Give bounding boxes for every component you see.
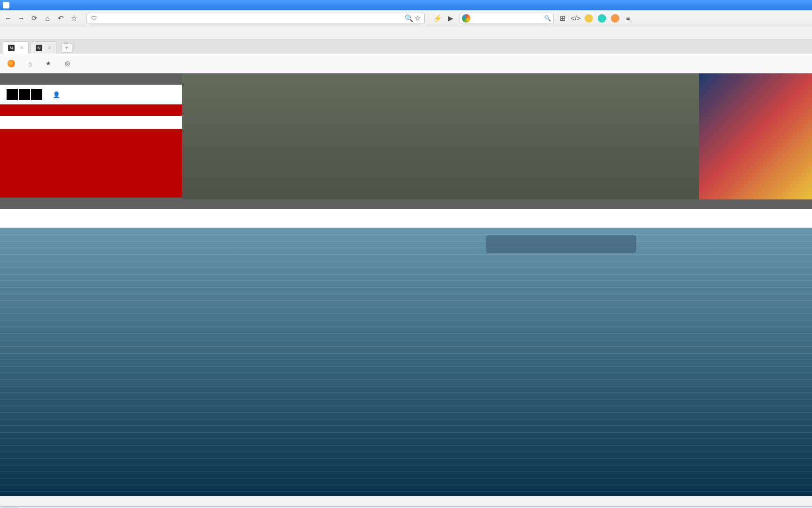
site-logo[interactable] <box>8 60 17 67</box>
taskbar-row1 <box>0 506 812 508</box>
home-icon: ⌂ <box>28 60 32 67</box>
search-go-icon[interactable]: 🔍 <box>544 15 551 22</box>
google-icon <box>462 14 470 23</box>
bbc-subnav2 <box>0 116 182 121</box>
ext-grid-icon[interactable]: ⊞ <box>558 14 567 23</box>
flash-icon[interactable]: ⚡ <box>433 14 442 23</box>
site-nav: ⌂ ★ ◎ <box>0 54 812 73</box>
nav-home[interactable]: ⌂ <box>28 60 34 67</box>
search-in-page-icon[interactable]: 🔍 <box>405 14 413 23</box>
back-icon[interactable]: ← <box>4 14 12 23</box>
os-titlebar <box>0 0 812 10</box>
browser-status-bar <box>0 496 812 506</box>
play-icon[interactable]: ▶ <box>446 14 455 23</box>
menu-icon[interactable]: ≡ <box>624 14 632 23</box>
history-sidebar <box>486 235 636 253</box>
bbc-subnav1 <box>0 110 182 116</box>
shield-icon: 🛡 <box>90 14 98 23</box>
news-banner <box>0 104 182 110</box>
devtools-icon[interactable]: </> <box>571 14 580 23</box>
bookmark-icon[interactable]: ☆ <box>413 14 422 23</box>
forward-icon[interactable]: → <box>17 14 25 23</box>
browser-search[interactable]: 🔍 <box>460 13 554 24</box>
tab-strip: N × N × + <box>0 40 812 54</box>
browser-toolbar: ← → ⟳ ⌂ ↶ ☆ 🛡 🔍 ☆ ⚡ ▶ 🔍 ⊞ </> ≡ <box>0 10 812 26</box>
category-tabs <box>0 209 812 228</box>
hero-headline <box>0 121 182 129</box>
nav-recommend[interactable]: ★ <box>46 60 54 67</box>
favicon: N <box>8 45 15 51</box>
tab-active[interactable]: N × <box>3 41 29 54</box>
address-bar[interactable]: 🛡 🔍 ☆ <box>86 13 425 24</box>
ocean-bg <box>0 228 812 496</box>
ext1-icon[interactable] <box>585 14 593 23</box>
favicon: N <box>36 45 42 51</box>
reload-icon[interactable]: ⟳ <box>30 14 39 23</box>
target-icon: ◎ <box>65 60 70 67</box>
nav-hot[interactable]: ◎ <box>65 60 72 67</box>
ext2-icon[interactable] <box>598 14 606 23</box>
content-area <box>0 228 812 496</box>
undo-icon[interactable]: ↶ <box>56 14 65 23</box>
bbc-logo <box>7 89 42 100</box>
hero-carousel: 👤 <box>0 73 812 209</box>
hero-captions <box>122 198 803 207</box>
search-input[interactable] <box>470 15 544 22</box>
news-feed <box>124 235 479 253</box>
ext3-icon[interactable] <box>611 14 619 23</box>
star-icon: ★ <box>46 60 51 67</box>
new-tab-button[interactable]: + <box>61 43 72 53</box>
hero-main-image[interactable] <box>182 73 699 199</box>
flame-icon <box>8 60 15 67</box>
close-icon[interactable]: × <box>48 45 51 51</box>
hero-thumb-bbc[interactable]: 👤 <box>0 85 182 198</box>
hero-right-image[interactable] <box>699 73 812 199</box>
close-icon[interactable]: × <box>20 45 23 51</box>
star-icon[interactable]: ☆ <box>70 14 78 23</box>
tab-inactive[interactable]: N × <box>31 41 56 54</box>
bookmarks-bar <box>0 26 812 40</box>
home-icon[interactable]: ⌂ <box>43 14 52 23</box>
app-icon <box>3 2 9 8</box>
